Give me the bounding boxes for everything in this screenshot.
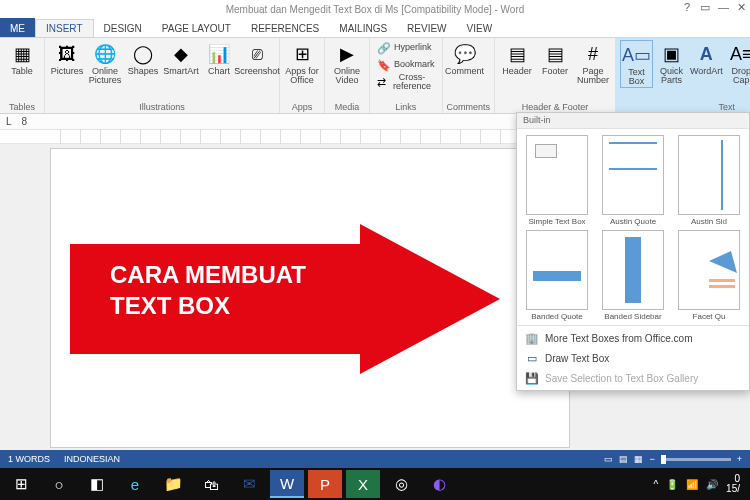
explorer-button[interactable]: 📁 (156, 470, 190, 498)
screenshot-button[interactable]: ⎚Screenshot (239, 40, 275, 76)
hyperlink-icon: 🔗 (377, 41, 391, 55)
online-pictures-button[interactable]: 🌐Online Pictures (87, 40, 123, 86)
tab-page-layout[interactable]: PAGE LAYOUT (152, 20, 241, 37)
group-label-links: Links (374, 102, 438, 113)
tray-up-icon[interactable]: ^ (653, 479, 658, 490)
group-header-footer: ▤Header ▤Footer #Page Number Header & Fo… (495, 38, 616, 113)
close-icon[interactable]: ✕ (737, 1, 746, 14)
window-title: Membuat dan Mengedit Text Box di Ms [Com… (226, 4, 525, 15)
store-button[interactable]: 🛍 (194, 470, 228, 498)
status-language[interactable]: INDONESIAN (64, 454, 120, 464)
tray-wifi-icon[interactable]: 📶 (686, 479, 698, 490)
view-read-icon[interactable]: ▭ (604, 454, 613, 464)
excel-button[interactable]: X (346, 470, 380, 498)
online-video-button[interactable]: ▶Online Video (329, 40, 365, 86)
taskbar: ⊞ ○ ◧ e 📁 🛍 ✉ W P X ◎ ◐ ^ 🔋 📶 🔊 0 15/ (0, 468, 750, 500)
shapes-button[interactable]: ◯Shapes (125, 40, 161, 76)
tray-date[interactable]: 15/ (726, 484, 740, 494)
group-text: A▭Text Box ▣Quick Parts AWordArt A≡Drop … (616, 38, 750, 113)
powerpoint-button[interactable]: P (308, 470, 342, 498)
smartart-button[interactable]: ◆SmartArt (163, 40, 199, 76)
view-web-icon[interactable]: ▦ (634, 454, 643, 464)
status-words[interactable]: 1 WORDS (8, 454, 50, 464)
title-bar: Membuat dan Mengedit Text Box di Ms [Com… (0, 0, 750, 18)
gallery-facet-quote[interactable]: Facet Qu (671, 228, 747, 323)
quick-parts-button[interactable]: ▣Quick Parts (655, 40, 688, 86)
group-label-illustrations: Illustrations (49, 102, 275, 113)
info-num: 8 (22, 116, 28, 127)
word-button[interactable]: W (270, 470, 304, 498)
tab-review[interactable]: REVIEW (397, 20, 456, 37)
chrome-button[interactable]: ◎ (384, 470, 418, 498)
page-number-button[interactable]: #Page Number (575, 40, 611, 86)
outlook-button[interactable]: ✉ (232, 470, 266, 498)
start-button[interactable]: ⊞ (4, 470, 38, 498)
cross-reference-button[interactable]: ⇄Cross-reference (374, 74, 438, 90)
online-pictures-icon: 🌐 (94, 43, 116, 65)
help-icon[interactable]: ? (684, 1, 690, 13)
group-illustrations: 🖼Pictures 🌐Online Pictures ◯Shapes ◆Smar… (45, 38, 280, 113)
comment-button[interactable]: 💬Comment (447, 40, 483, 76)
gallery-banded-quote[interactable]: Banded Quote (519, 228, 595, 323)
group-label-comments: Comments (447, 102, 491, 113)
text-box-button[interactable]: A▭Text Box (620, 40, 653, 88)
window-controls: ▭ — ✕ (700, 1, 746, 14)
gallery-banded-sidebar[interactable]: Banded Sidebar (595, 228, 671, 323)
group-tables: ▦Table Tables (0, 38, 45, 113)
smartart-icon: ◆ (170, 43, 192, 65)
text-box-icon: A▭ (626, 44, 648, 66)
zoom-out-icon[interactable]: − (649, 454, 654, 464)
save-selection-option: 💾Save Selection to Text Box Gallery (517, 368, 749, 388)
hyperlink-button[interactable]: 🔗Hyperlink (374, 40, 438, 56)
zoom-slider[interactable] (661, 458, 731, 461)
page[interactable] (50, 148, 570, 448)
group-label-tables: Tables (4, 102, 40, 113)
group-comments: 💬Comment Comments (443, 38, 496, 113)
table-button[interactable]: ▦Table (4, 40, 40, 76)
ribbon: ▦Table Tables 🖼Pictures 🌐Online Pictures… (0, 38, 750, 114)
search-button[interactable]: ○ (42, 470, 76, 498)
pictures-icon: 🖼 (56, 43, 78, 65)
ribbon-tabs: ME INSERT DESIGN PAGE LAYOUT REFERENCES … (0, 18, 750, 38)
tab-mailings[interactable]: MAILINGS (329, 20, 397, 37)
video-icon: ▶ (336, 43, 358, 65)
quick-parts-icon: ▣ (660, 43, 682, 65)
wordart-icon: A (695, 43, 717, 65)
status-bar: 1 WORDS INDONESIAN ▭ ▤ ▦ − + (0, 450, 750, 468)
tab-design[interactable]: DESIGN (94, 20, 152, 37)
dropdown-header: Built-in (517, 113, 749, 129)
chart-button[interactable]: 📊Chart (201, 40, 237, 76)
tab-file[interactable]: ME (0, 18, 35, 37)
text-box-dropdown: Built-in Simple Text Box Austin Quote Au… (516, 112, 750, 391)
tray-volume-icon[interactable]: 🔊 (706, 479, 718, 490)
maximize-icon[interactable]: — (718, 1, 729, 14)
chart-icon: 📊 (208, 43, 230, 65)
more-text-boxes-option[interactable]: 🏢More Text Boxes from Office.com (517, 328, 749, 348)
app-button[interactable]: ◐ (422, 470, 456, 498)
tab-insert[interactable]: INSERT (35, 19, 94, 37)
gallery-austin-sidebar[interactable]: Austin Sid (671, 133, 747, 228)
footer-button[interactable]: ▤Footer (537, 40, 573, 76)
view-print-icon[interactable]: ▤ (619, 454, 628, 464)
info-l: L (6, 116, 12, 127)
crossref-icon: ⇄ (377, 75, 387, 89)
bookmark-button[interactable]: 🔖Bookmark (374, 57, 438, 73)
screenshot-icon: ⎚ (246, 43, 268, 65)
gallery-austin-quote[interactable]: Austin Quote (595, 133, 671, 228)
draw-text-box-option[interactable]: ▭Draw Text Box (517, 348, 749, 368)
drop-cap-button[interactable]: A≡Drop Cap (725, 40, 750, 86)
zoom-in-icon[interactable]: + (737, 454, 742, 464)
wordart-button[interactable]: AWordArt (690, 40, 723, 76)
header-button[interactable]: ▤Header (499, 40, 535, 76)
apps-button[interactable]: ⊞Apps for Office (284, 40, 320, 86)
task-view-button[interactable]: ◧ (80, 470, 114, 498)
gallery-simple-text-box[interactable]: Simple Text Box (519, 133, 595, 228)
tray-battery-icon[interactable]: 🔋 (666, 479, 678, 490)
edge-button[interactable]: e (118, 470, 152, 498)
minimize-icon[interactable]: ▭ (700, 1, 710, 14)
tab-references[interactable]: REFERENCES (241, 20, 329, 37)
pictures-button[interactable]: 🖼Pictures (49, 40, 85, 76)
tab-view[interactable]: VIEW (457, 20, 503, 37)
footer-icon: ▤ (544, 43, 566, 65)
system-tray: ^ 🔋 📶 🔊 0 15/ (653, 474, 746, 494)
